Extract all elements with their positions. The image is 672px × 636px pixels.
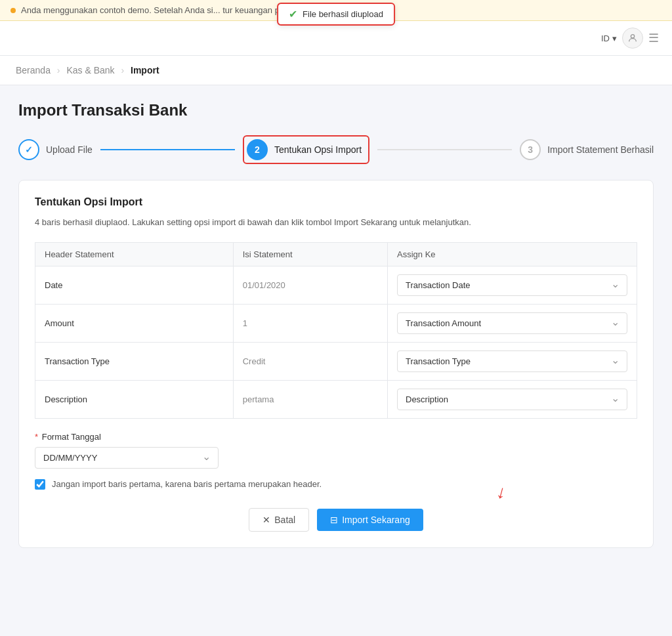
row-assign-2: Transaction DateTransaction AmountTransa… <box>388 342 637 380</box>
format-label: * Format Tanggal <box>35 432 637 442</box>
row-assign-3: Transaction DateTransaction AmountTransa… <box>388 380 637 418</box>
lang-label: ID <box>601 33 610 43</box>
format-section: * Format Tanggal DD/MM/YYYYMM/DD/YYYYYYY… <box>35 432 637 469</box>
notification-dot <box>10 8 16 13</box>
import-options-card: Tentukan Opsi Import 4 baris berhasil di… <box>18 180 654 548</box>
table-row: Amount1Transaction DateTransaction Amoun… <box>35 304 637 342</box>
step1-circle: ✓ <box>18 139 39 160</box>
lang-chevron-icon: ▾ <box>612 33 617 43</box>
notification-bar: Anda menggunakan contoh demo. Setelah An… <box>0 0 672 21</box>
import-now-button[interactable]: ⊟ Import Sekarang <box>317 509 423 531</box>
format-select-wrapper: DD/MM/YYYYMM/DD/YYYYYYYY/MM/DD <box>35 447 219 469</box>
row-content-3: pertama <box>233 380 387 418</box>
cancel-x-icon: ✕ <box>262 515 270 525</box>
assign-select-3[interactable]: Transaction DateTransaction AmountTransa… <box>397 389 627 410</box>
success-toast: ✔ File berhasil diupload <box>277 3 395 26</box>
row-content-0: 01/01/2020 <box>233 266 387 304</box>
assign-select-wrapper-0: Transaction DateTransaction AmountTransa… <box>397 274 627 296</box>
menu-icon[interactable]: ☰ <box>648 31 659 45</box>
step-1: ✓ Upload File <box>18 139 93 160</box>
step3-label: Import Statement Berhasil <box>547 144 654 155</box>
breadcrumb-section[interactable]: Kas & Bank <box>66 65 114 75</box>
step3-circle: 3 <box>520 139 541 160</box>
row-header-2: Transaction Type <box>35 342 234 380</box>
step2-label: Tentukan Opsi Import <box>274 144 362 155</box>
row-header-3: Description <box>35 380 234 418</box>
format-tanggal-select[interactable]: DD/MM/YYYYMM/DD/YYYYYYYY/MM/DD <box>35 447 219 469</box>
skip-first-row-label: Jangan import baris pertama, karena bari… <box>52 479 322 489</box>
assign-select-1[interactable]: Transaction DateTransaction AmountTransa… <box>397 312 627 334</box>
table-row: DescriptionpertamaTransaction DateTransa… <box>35 380 637 418</box>
required-star: * <box>35 432 38 442</box>
cancel-button[interactable]: ✕ Batal <box>249 508 309 532</box>
lang-selector[interactable]: ID ▾ <box>601 33 617 43</box>
stepper: ✓ Upload File 2 Tentukan Opsi Import 3 I… <box>18 135 654 164</box>
step-2-highlight: 2 Tentukan Opsi Import <box>243 135 369 164</box>
assign-select-0[interactable]: Transaction DateTransaction AmountTransa… <box>397 274 627 296</box>
row-header-1: Amount <box>35 304 234 342</box>
skip-first-row-checkbox[interactable] <box>35 479 45 490</box>
card-title: Tentukan Opsi Import <box>35 196 637 208</box>
row-assign-0: Transaction DateTransaction AmountTransa… <box>388 266 637 304</box>
import-icon: ⊟ <box>330 515 338 525</box>
step-line-1 <box>100 149 235 150</box>
card-desc: 4 baris berhasil diuplaod. Lakukan setti… <box>35 216 637 229</box>
table-row: Date01/01/2020Transaction DateTransactio… <box>35 266 637 304</box>
breadcrumb-home[interactable]: Beranda <box>16 65 51 75</box>
breadcrumb: Beranda › Kas & Bank › Import <box>0 56 672 85</box>
row-header-0: Date <box>35 266 234 304</box>
toast-text: File berhasil diupload <box>303 9 383 19</box>
import-table: Header Statement Isi Statement Assign Ke… <box>35 242 637 419</box>
assign-select-wrapper-2: Transaction DateTransaction AmountTransa… <box>397 350 627 372</box>
svg-point-0 <box>631 35 634 38</box>
row-content-2: Credit <box>233 342 387 380</box>
col-isi-statement: Isi Statement <box>233 242 387 266</box>
table-row: Transaction TypeCreditTransaction DateTr… <box>35 342 637 380</box>
col-assign-ke: Assign Ke <box>388 242 637 266</box>
skip-first-row-row: Jangan import baris pertama, karena bari… <box>35 479 637 490</box>
main-content: Import Transaksi Bank ✓ Upload File 2 Te… <box>0 85 672 564</box>
step2-circle: 2 <box>247 139 268 160</box>
assign-select-wrapper-1: Transaction DateTransaction AmountTransa… <box>397 312 627 334</box>
step1-label: Upload File <box>46 144 93 155</box>
breadcrumb-current: Import <box>131 65 159 75</box>
page-title: Import Transaksi Bank <box>18 101 654 119</box>
row-content-1: 1 <box>233 304 387 342</box>
row-assign-1: Transaction DateTransaction AmountTransa… <box>388 304 637 342</box>
col-header-statement: Header Statement <box>35 242 234 266</box>
step-line-2 <box>377 149 512 150</box>
breadcrumb-sep2: › <box>121 65 124 75</box>
user-avatar-button[interactable] <box>622 28 643 49</box>
step-3: 3 Import Statement Berhasil <box>520 139 654 160</box>
check-icon: ✔ <box>289 8 297 20</box>
breadcrumb-sep1: › <box>57 65 60 75</box>
assign-select-2[interactable]: Transaction DateTransaction AmountTransa… <box>397 350 627 372</box>
assign-select-wrapper-3: Transaction DateTransaction AmountTransa… <box>397 389 627 410</box>
top-header: ID ▾ ☰ <box>0 21 672 56</box>
button-row: ↓ ✕ Batal ⊟ Import Sekarang <box>35 508 637 532</box>
